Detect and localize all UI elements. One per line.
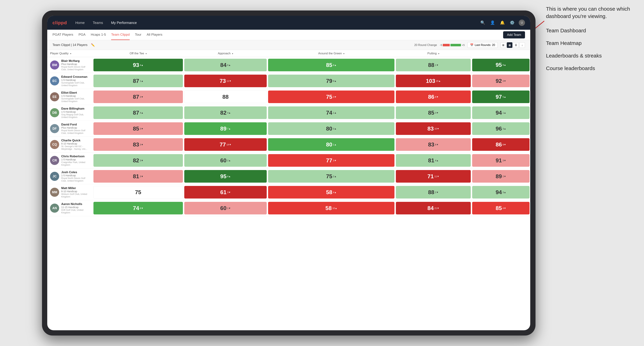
score-change: 2▼ <box>435 191 438 194</box>
col-header-approach[interactable]: Approach ▾ <box>184 50 268 57</box>
table-row[interactable]: CR Chris Robertson 1-5 Handicap Craigmil… <box>47 153 530 169</box>
tab-pgat-players[interactable]: PGAT Players <box>52 30 73 40</box>
score-value: 95 <box>220 173 226 180</box>
team-bar: Team Clippd | 14 Players ✏️ 20 Round Cha… <box>47 40 530 50</box>
score-change: 4▼ <box>502 207 506 209</box>
score-change: 6▼ <box>435 143 438 146</box>
player-cell: DF David Ford Plus Handicap Royal North … <box>47 121 93 137</box>
player-details: Josh Coles 1-5 Handicap Royal North Devo… <box>61 171 90 182</box>
score-value: 84 <box>220 62 226 68</box>
table-row[interactable]: DB Dave Billingham 1-5 Handicap Gog Mago… <box>47 105 530 121</box>
score-change: 5▲ <box>502 96 506 98</box>
table-row[interactable]: EC Edward Crossman 1-5 Handicap Sunningd… <box>47 73 530 89</box>
last-rounds-label: Last Rounds: 20 <box>474 43 495 47</box>
table-row[interactable]: AN Aaron Nicholls 11-15 Handicap Drift G… <box>47 200 530 216</box>
score-box: 97 5▲ <box>472 91 530 103</box>
table-row[interactable]: JC Josh Coles 1-5 Handicap Royal North D… <box>47 169 530 184</box>
player-cell: AN Aaron Nicholls 11-15 Handicap Drift G… <box>47 200 93 216</box>
tab-pga[interactable]: PGA <box>78 30 86 40</box>
player-name: Matt Miller <box>61 186 90 190</box>
score-value: 82 <box>220 110 226 116</box>
player-name: Edward Crossman <box>61 75 90 79</box>
settings-icon[interactable]: ⚙️ <box>509 19 515 26</box>
score-cell: 87 3▼ <box>93 89 184 105</box>
secondary-tabs: PGAT Players PGA Hcaps 1-5 Team Clippd T… <box>52 30 162 40</box>
score-box: 61 3▼ <box>184 186 267 198</box>
score-change: 4▲ <box>333 191 336 194</box>
score-value: 97 <box>496 94 502 100</box>
last-rounds-button[interactable]: 📅 Last Rounds: 20 <box>468 42 498 48</box>
col-header-player[interactable]: Player Quality ▾ <box>47 50 93 57</box>
add-team-button[interactable]: Add Team <box>503 31 525 38</box>
score-value: 85 <box>496 205 502 211</box>
score-change: 6▼ <box>435 96 438 98</box>
table-row[interactable]: DF David Ford Plus Handicap Royal North … <box>47 121 530 137</box>
score-box: 96 3▲ <box>472 122 530 135</box>
bell-icon[interactable]: 🔔 <box>499 19 506 26</box>
player-handicap: 1-5 Handicap <box>61 110 90 113</box>
score-cell: 80 3▲ <box>268 121 395 137</box>
player-handicap: 1-5 Handicap <box>61 158 90 161</box>
col-header-tee[interactable]: Off the Tee ▾ <box>93 50 184 57</box>
list-view-button[interactable]: ☰ <box>513 42 519 48</box>
player-handicap: 1-5 Handicap <box>61 174 90 177</box>
score-cell: 87 1▲ <box>93 73 184 89</box>
player-name: Aaron Nicholls <box>61 202 90 206</box>
table-row[interactable]: MM Matt Miller 6-10 Handicap Woburn Golf… <box>47 184 530 200</box>
score-box: 77 3▼ <box>268 154 394 167</box>
tablet-frame: clippd Home Teams My Performance 🔍 👤 🔔 ⚙… <box>42 10 536 336</box>
score-change: 10▲ <box>332 207 337 209</box>
heatmap-view-button[interactable]: ▦ <box>507 42 512 48</box>
nav-links: Home Teams My Performance <box>74 20 480 25</box>
score-cell: 85 8▲ <box>268 57 395 73</box>
grid-view-button[interactable]: ⊞ <box>500 42 506 48</box>
score-value: 82 <box>133 157 139 164</box>
nav-link-teams[interactable]: Teams <box>91 20 104 25</box>
score-value: 92 <box>496 78 502 84</box>
score-change: 8▼ <box>140 207 143 209</box>
score-box: 75 2▲ <box>268 170 394 183</box>
col-header-putting[interactable]: Putting ▾ <box>395 50 472 57</box>
score-cell: 74 1▲ <box>268 105 395 121</box>
player-club: Royal North Devon Golf Club, United King… <box>61 177 90 182</box>
score-value: 60 <box>220 157 226 164</box>
player-name: Dave Billingham <box>61 107 90 110</box>
nav-link-home[interactable]: Home <box>74 20 86 25</box>
score-cell: 79 9▲ <box>268 73 395 89</box>
player-club: Sunningdale Golf Club, United Kingdom <box>61 81 90 87</box>
tab-all-players[interactable]: All Players <box>147 30 162 40</box>
player-handicap: 1-5 Handicap <box>61 95 90 97</box>
score-value: 86 <box>428 94 434 100</box>
range-neg-label: -5 <box>440 43 442 46</box>
score-cell: 84 21▼ <box>395 200 472 216</box>
user-avatar[interactable]: U <box>519 19 525 26</box>
col-header-around[interactable]: Around the Green ▾ <box>268 50 395 57</box>
score-change: 1▲ <box>140 80 143 82</box>
score-change: 9▲ <box>333 80 336 82</box>
score-cell: 95 9▲ <box>472 57 530 73</box>
score-value: 74 <box>133 205 139 211</box>
tab-hcaps[interactable]: Hcaps 1-5 <box>91 30 106 40</box>
table-body: BM Blair McHarg Plus Handicap Royal Nort… <box>47 57 530 216</box>
score-value: 75 <box>326 173 332 180</box>
tab-tour[interactable]: Tour <box>135 30 142 40</box>
nav-link-myperformance[interactable]: My Performance <box>110 20 138 25</box>
score-cell: 86 8▼ <box>472 137 530 153</box>
score-box: 88 <box>184 91 267 103</box>
search-icon[interactable]: 🔍 <box>480 19 486 26</box>
score-box: 79 9▲ <box>268 75 394 87</box>
logo: clippd <box>52 20 67 25</box>
user-icon[interactable]: 👤 <box>489 19 496 26</box>
score-box: 93 4▲ <box>94 59 183 71</box>
table-row[interactable]: EE Elliot Ebert 1-5 Handicap Sunningdale… <box>47 89 530 105</box>
score-value: 87 <box>133 78 139 84</box>
player-cell: EE Elliot Ebert 1-5 Handicap Sunningdale… <box>47 89 93 105</box>
player-handicap: 1-5 Handicap <box>61 79 90 81</box>
tab-team-clippd[interactable]: Team Clippd <box>111 30 130 40</box>
score-box: 58 10▲ <box>268 202 394 214</box>
table-row[interactable]: CQ Charlie Quick 6-10 Handicap St. Georg… <box>47 137 530 153</box>
download-button[interactable]: ↓ <box>520 42 525 48</box>
edit-icon[interactable]: ✏️ <box>91 43 95 47</box>
score-change: 3▼ <box>435 112 438 114</box>
table-row[interactable]: BM Blair McHarg Plus Handicap Royal Nort… <box>47 57 530 73</box>
